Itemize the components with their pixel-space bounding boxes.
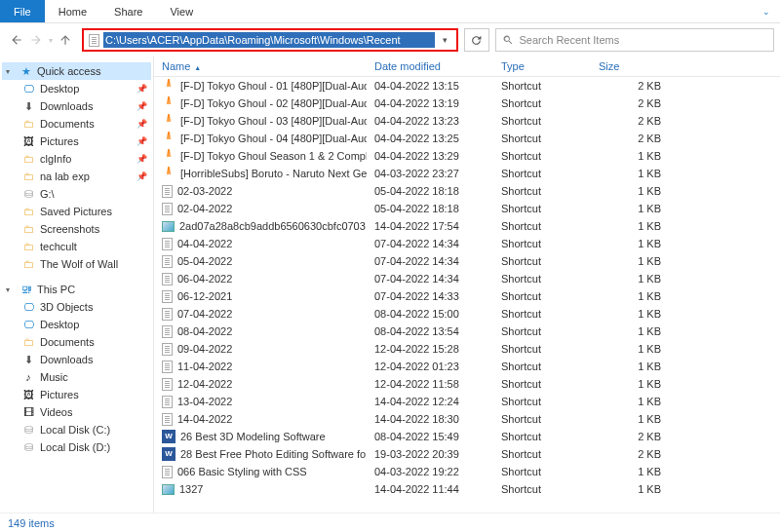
sidebar-item[interactable]: Documents xyxy=(2,333,151,351)
file-row[interactable]: 2ad07a28a8cb9addb6560630cbfc070314-04-20… xyxy=(154,217,780,235)
sidebar-item[interactable]: clgInfo📌 xyxy=(2,150,151,168)
sidebar-item[interactable]: Local Disk (C:) xyxy=(2,421,151,438)
file-name: 04-04-2022 xyxy=(177,238,232,249)
file-date: 04-04-2022 13:23 xyxy=(367,115,493,127)
sidebar-item[interactable]: Pictures📌 xyxy=(2,133,151,150)
sidebar-item[interactable]: techcult xyxy=(2,238,151,255)
file-row[interactable]: [F-D] Tokyo Ghoul Season 1 & 2 Complet..… xyxy=(154,147,780,165)
address-history-icon[interactable]: ▾ xyxy=(435,35,456,45)
sidebar-item[interactable]: ⬇Downloads📌 xyxy=(2,97,151,115)
file-type: Shortcut xyxy=(493,396,591,407)
file-row[interactable]: 28 Best Free Photo Editing Software for … xyxy=(154,445,780,463)
file-row[interactable]: 11-04-202212-04-2022 01:23Shortcut1 KB xyxy=(154,358,780,375)
file-row[interactable]: 06-12-202107-04-2022 14:33Shortcut1 KB xyxy=(154,287,780,305)
file-type: Shortcut xyxy=(493,273,591,285)
menu-view[interactable]: View xyxy=(156,0,207,22)
file-row[interactable]: [F-D] Tokyo Ghoul - 02 [480P][Dual-Audi.… xyxy=(154,95,780,112)
file-rows: [F-D] Tokyo Ghoul - 01 [480P][Dual-Audi.… xyxy=(154,77,780,510)
file-row[interactable]: 26 Best 3D Modeling Software08-04-2022 1… xyxy=(154,428,780,445)
ribbon-toggle-icon[interactable]: ⌄ xyxy=(753,7,780,17)
file-row[interactable]: [F-D] Tokyo Ghoul - 01 [480P][Dual-Audi.… xyxy=(154,77,780,95)
history-dropdown-icon[interactable]: ▾ xyxy=(49,36,53,45)
file-row[interactable]: 07-04-202208-04-2022 15:00Shortcut1 KB xyxy=(154,305,780,323)
file-size: 1 KB xyxy=(591,361,669,372)
menu-file[interactable]: File xyxy=(0,0,45,22)
sidebar-item[interactable]: Desktop xyxy=(2,316,151,333)
status-bar: 149 items xyxy=(0,513,780,532)
file-row[interactable]: 02-04-202205-04-2022 18:18Shortcut1 KB xyxy=(154,200,780,217)
column-type[interactable]: Type xyxy=(493,60,591,72)
sidebar-item-label: Pictures xyxy=(40,135,79,147)
file-name: 066 Basic Styling with CSS xyxy=(177,466,307,477)
file-name: 07-04-2022 xyxy=(177,308,232,320)
file-size: 1 KB xyxy=(591,396,669,407)
column-name[interactable]: Name xyxy=(154,60,367,72)
star-icon: ★ xyxy=(20,64,33,78)
file-row[interactable]: 09-04-202212-04-2022 15:28Shortcut1 KB xyxy=(154,340,780,358)
file-row[interactable]: 14-04-202214-04-2022 18:30Shortcut1 KB xyxy=(154,410,780,428)
pin-icon: 📌 xyxy=(136,136,147,146)
up-button[interactable] xyxy=(58,33,72,47)
file-row[interactable]: 06-04-202207-04-2022 14:34Shortcut1 KB xyxy=(154,270,780,287)
address-bar[interactable]: ▾ xyxy=(82,28,458,52)
file-row[interactable]: 132714-04-2022 11:44Shortcut1 KB xyxy=(154,480,780,498)
back-button[interactable] xyxy=(10,33,23,47)
file-row[interactable]: 13-04-202214-04-2022 12:24Shortcut1 KB xyxy=(154,393,780,410)
sidebar-item-label: Screenshots xyxy=(40,223,99,235)
file-type: Shortcut xyxy=(493,80,591,92)
sidebar-item[interactable]: Local Disk (D:) xyxy=(2,438,151,456)
file-type: Shortcut xyxy=(493,378,591,390)
file-row[interactable]: [F-D] Tokyo Ghoul - 04 [480P][Dual-Audi.… xyxy=(154,130,780,147)
sidebar-item[interactable]: The Wolf of Wall xyxy=(2,255,151,273)
vid-icon xyxy=(21,405,35,419)
sidebar-item[interactable]: Screenshots xyxy=(2,220,151,238)
sidebar-item-label: Downloads xyxy=(40,100,93,112)
sidebar-item[interactable]: Documents📌 xyxy=(2,115,151,133)
file-row[interactable]: 066 Basic Styling with CSS04-03-2022 19:… xyxy=(154,463,780,480)
file-row[interactable]: 05-04-202207-04-2022 14:34Shortcut1 KB xyxy=(154,252,780,270)
drive-icon xyxy=(21,423,35,437)
file-row[interactable]: 02-03-202205-04-2022 18:18Shortcut1 KB xyxy=(154,182,780,200)
file-name: 11-04-2022 xyxy=(177,361,232,372)
pic-icon xyxy=(21,388,35,401)
menu-home[interactable]: Home xyxy=(45,0,100,22)
file-row[interactable]: 04-04-202207-04-2022 14:34Shortcut1 KB xyxy=(154,235,780,252)
file-type: Shortcut xyxy=(493,203,591,214)
file-date: 12-04-2022 11:58 xyxy=(367,378,493,390)
sidebar-item[interactable]: 3D Objects xyxy=(2,298,151,316)
file-row[interactable]: [F-D] Tokyo Ghoul - 03 [480P][Dual-Audi.… xyxy=(154,112,780,130)
folder-icon xyxy=(21,170,35,183)
column-size[interactable]: Size xyxy=(591,60,669,72)
sidebar-this-pc[interactable]: ▾ This PC xyxy=(2,281,151,298)
chevron-down-icon: ▾ xyxy=(6,67,16,76)
file-row[interactable]: 08-04-202208-04-2022 13:54Shortcut1 KB xyxy=(154,323,780,340)
file-name: 28 Best Free Photo Editing Software for … xyxy=(180,448,367,460)
file-row[interactable]: [HorribleSubs] Boruto - Naruto Next Gen.… xyxy=(154,165,780,182)
file-type: Shortcut xyxy=(493,308,591,320)
sidebar-item[interactable]: Videos xyxy=(2,403,151,421)
address-input[interactable] xyxy=(103,32,435,48)
sidebar-item[interactable]: ⬇Downloads xyxy=(2,351,151,368)
column-date[interactable]: Date modified xyxy=(367,60,493,72)
file-name: 13-04-2022 xyxy=(177,396,232,407)
sidebar-item[interactable]: na lab exp📌 xyxy=(2,168,151,185)
sidebar-item[interactable]: G:\ xyxy=(2,185,151,203)
sidebar-quick-access-label: Quick access xyxy=(37,65,100,77)
file-type: Shortcut xyxy=(493,255,591,267)
file-size: 2 KB xyxy=(591,133,669,144)
file-date: 04-03-2022 19:22 xyxy=(367,466,493,477)
sidebar-item[interactable]: Desktop📌 xyxy=(2,80,151,97)
file-row[interactable]: 12-04-202212-04-2022 11:58Shortcut1 KB xyxy=(154,375,780,393)
sidebar-item[interactable]: Pictures xyxy=(2,386,151,403)
refresh-button[interactable] xyxy=(464,28,489,52)
sidebar-item[interactable]: Saved Pictures xyxy=(2,203,151,220)
menu-share[interactable]: Share xyxy=(100,0,156,22)
sidebar-item[interactable]: Music xyxy=(2,368,151,386)
sidebar-item-label: The Wolf of Wall xyxy=(40,258,118,270)
file-name: 12-04-2022 xyxy=(177,378,232,390)
search-box[interactable]: Search Recent Items xyxy=(495,28,775,52)
sidebar-quick-access[interactable]: ▾ ★ Quick access xyxy=(2,62,151,80)
pin-icon: 📌 xyxy=(136,171,147,181)
forward-button[interactable] xyxy=(29,33,43,47)
sidebar-item-label: Documents xyxy=(40,336,95,348)
